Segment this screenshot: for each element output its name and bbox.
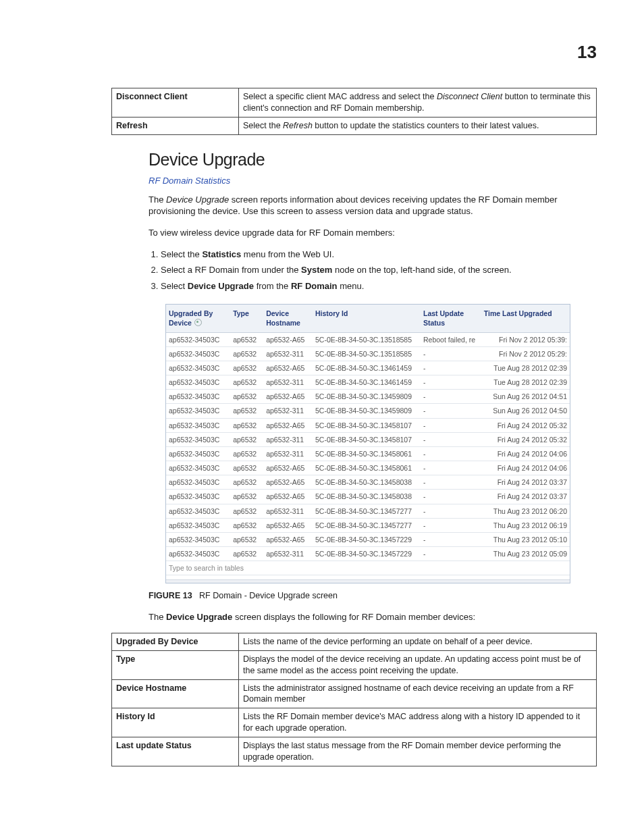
table-row[interactable]: ap6532-34503Cap6532ap6532-A655C-0E-8B-34… (166, 532, 570, 546)
page-number: 13 (577, 41, 597, 64)
cell: ap6532-311 (263, 404, 313, 418)
term-cell: History Id (112, 708, 239, 737)
cell: ap6532-34503C (166, 390, 230, 404)
cell: ap6532-A65 (263, 475, 313, 490)
table-row[interactable]: ap6532-34503Cap6532ap6532-3115C-0E-8B-34… (166, 375, 570, 390)
cell: - (421, 390, 481, 404)
term-cell: Refresh (112, 117, 239, 134)
table-row[interactable]: ap6532-34503Cap6532ap6532-3115C-0E-8B-34… (166, 432, 570, 446)
cell: ap6532-34503C (166, 446, 230, 461)
cell: ap6532-34503C (166, 504, 230, 518)
cell: Fri Aug 24 2012 05:32 (481, 418, 570, 432)
cell: - (421, 446, 481, 461)
table-row[interactable]: ap6532-34503Cap6532ap6532-A655C-0E-8B-34… (166, 390, 570, 404)
table-row[interactable]: ap6532-34503Cap6532ap6532-A655C-0E-8B-34… (166, 361, 570, 375)
cell: 5C-0E-8B-34-50-3C.13458107 (313, 432, 421, 446)
cell: ap6532-A65 (263, 490, 313, 504)
table-row[interactable]: ap6532-34503Cap6532ap6532-A655C-0E-8B-34… (166, 490, 570, 504)
cell: ap6532 (230, 361, 263, 375)
table-row[interactable]: ap6532-34503Cap6532ap6532-3115C-0E-8B-34… (166, 446, 570, 461)
table-row[interactable]: ap6532-34503Cap6532ap6532-A655C-0E-8B-34… (166, 418, 570, 432)
table-row: Last update StatusDisplays the last stat… (112, 737, 597, 766)
bottom-definition-table: Upgraded By DeviceLists the name of the … (111, 633, 597, 766)
cell: ap6532-A65 (263, 332, 313, 346)
cell: ap6532-34503C (166, 375, 230, 390)
cell: 5C-0E-8B-34-50-3C.13461459 (313, 375, 421, 390)
table-row: Upgraded By DeviceLists the name of the … (112, 633, 597, 650)
col-hostname[interactable]: Device Hostname (263, 305, 313, 332)
desc-cell: Lists the name of the device performing … (239, 633, 597, 650)
list-item: Select the Statistics menu from the Web … (161, 249, 597, 261)
table-row[interactable]: ap6532-34503Cap6532ap6532-A655C-0E-8B-34… (166, 461, 570, 475)
cell: Tue Aug 28 2012 02:39 (481, 361, 570, 375)
desc-cell: Select a specific client MAC address and… (239, 88, 597, 118)
cell: - (421, 518, 481, 532)
cell: ap6532-311 (263, 432, 313, 446)
cell: ap6532 (230, 375, 263, 390)
cell: 5C-0E-8B-34-50-3C.13461459 (313, 361, 421, 375)
steps-list: Select the Statistics menu from the Web … (161, 249, 597, 292)
cell: ap6532 (230, 390, 263, 404)
cell: Fri Aug 24 2012 05:32 (481, 432, 570, 446)
cell: ap6532-34503C (166, 432, 230, 446)
table-row[interactable]: ap6532-34503Cap6532ap6532-A655C-0E-8B-34… (166, 332, 570, 346)
table-row[interactable]: ap6532-34503Cap6532ap6532-A655C-0E-8B-34… (166, 475, 570, 490)
table-row[interactable]: ap6532-34503Cap6532ap6532-3115C-0E-8B-34… (166, 504, 570, 518)
cell: Fri Aug 24 2012 04:06 (481, 461, 570, 475)
cell: Thu Aug 23 2012 05:10 (481, 532, 570, 546)
list-item: Select Device Upgrade from the RF Domain… (161, 280, 597, 292)
term-cell: Type (112, 650, 239, 679)
cell: 5C-0E-8B-34-50-3C.13458038 (313, 490, 421, 504)
cell: ap6532-311 (263, 346, 313, 361)
cell: ap6532-A65 (263, 532, 313, 546)
col-upgraded-by[interactable]: Upgraded By Device (166, 305, 230, 332)
cell: ap6532-311 (263, 375, 313, 390)
top-definition-table: Disconnect Client Select a specific clie… (111, 88, 597, 135)
cell: ap6532-311 (263, 504, 313, 518)
table-row: TypeDisplays the model of the device rec… (112, 650, 597, 679)
table-row[interactable]: ap6532-34503Cap6532ap6532-3115C-0E-8B-34… (166, 404, 570, 418)
table-row[interactable]: ap6532-34503Cap6532ap6532-3115C-0E-8B-34… (166, 346, 570, 361)
cell: Thu Aug 23 2012 06:19 (481, 518, 570, 532)
cell: 5C-0E-8B-34-50-3C.13518585 (313, 332, 421, 346)
table-search-input[interactable]: Type to search in tables (166, 561, 570, 575)
col-type[interactable]: Type (230, 305, 263, 332)
figure-caption: FIGURE 13 RF Domain - Device Upgrade scr… (149, 590, 597, 602)
desc-cell: Displays the model of the device receivi… (239, 650, 597, 679)
cell: Reboot failed, re (421, 332, 481, 346)
cell: ap6532-34503C (166, 475, 230, 490)
table-header-row: Upgraded By Device Type Device Hostname … (166, 305, 570, 332)
table-row[interactable]: ap6532-34503Cap6532ap6532-A655C-0E-8B-34… (166, 518, 570, 532)
cell: ap6532 (230, 490, 263, 504)
cell: ap6532-34503C (166, 404, 230, 418)
table-row: History IdLists the RF Domain member dev… (112, 708, 597, 737)
cell: - (421, 532, 481, 546)
cell: Sun Aug 26 2012 04:51 (481, 390, 570, 404)
cell: 5C-0E-8B-34-50-3C.13518585 (313, 346, 421, 361)
cell: - (421, 547, 481, 561)
cell: Fri Aug 24 2012 04:06 (481, 446, 570, 461)
desc-cell: Lists the RF Domain member device's MAC … (239, 708, 597, 737)
cell: Fri Nov 2 2012 05:39: (481, 332, 570, 346)
cell: ap6532 (230, 547, 263, 561)
table-row: Device HostnameLists the administrator a… (112, 679, 597, 708)
cell: ap6532 (230, 446, 263, 461)
cell: ap6532-34503C (166, 532, 230, 546)
col-history-id[interactable]: History Id (313, 305, 421, 332)
cell: 5C-0E-8B-34-50-3C.13457277 (313, 504, 421, 518)
intro-paragraph: The Device Upgrade screen reports inform… (149, 194, 597, 217)
col-time-last[interactable]: Time Last Upgraded (481, 305, 570, 332)
cell: - (421, 375, 481, 390)
cell: ap6532-34503C (166, 346, 230, 361)
cell: ap6532 (230, 432, 263, 446)
cell: ap6532-A65 (263, 518, 313, 532)
cell: - (421, 361, 481, 375)
table-row[interactable]: ap6532-34503Cap6532ap6532-3115C-0E-8B-34… (166, 547, 570, 561)
rf-domain-link[interactable]: RF Domain Statistics (149, 175, 597, 187)
sort-indicator-icon (194, 319, 202, 326)
desc-cell: Displays the last status message from th… (239, 737, 597, 766)
cell: ap6532 (230, 518, 263, 532)
cell: ap6532 (230, 504, 263, 518)
cell: ap6532-A65 (263, 418, 313, 432)
col-last-update[interactable]: Last Update Status (421, 305, 481, 332)
